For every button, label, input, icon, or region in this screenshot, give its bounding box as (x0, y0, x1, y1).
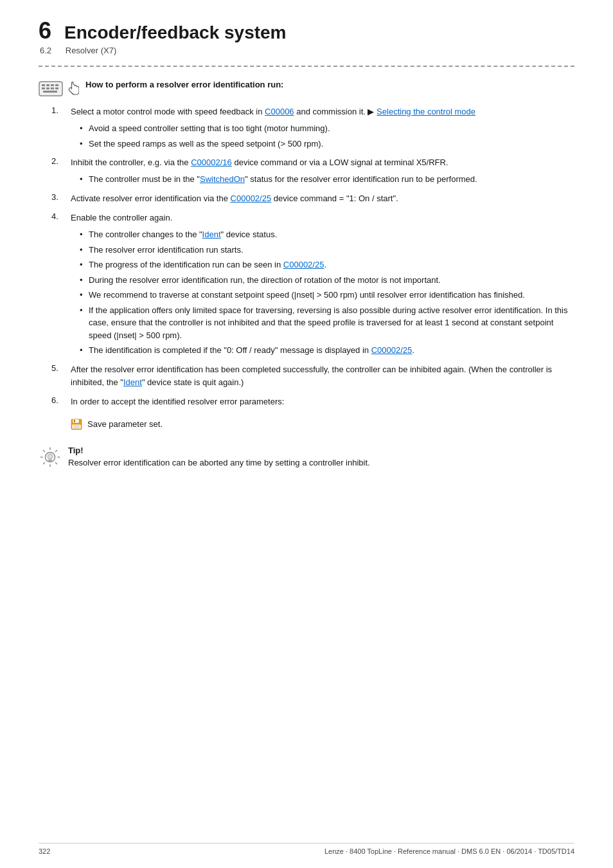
step-2-sub-1: The controller must be in the "SwitchedO… (80, 173, 574, 186)
tip-box: Tip! Resolver error identification can b… (39, 446, 574, 469)
step-4: Enable the controller again. The control… (51, 212, 574, 357)
step-4-sub-3: The progress of the identification run c… (80, 258, 574, 271)
step-4-sub-7: The identification is completed if the "… (80, 344, 574, 357)
step-6: In order to accept the identified resolv… (51, 395, 574, 433)
step-1: Select a motor control mode with speed f… (51, 105, 574, 150)
step-1-sub-2: Set the speed ramps as well as the speed… (80, 138, 574, 150)
step-4-sub-2: The resolver error identification run st… (80, 244, 574, 257)
tip-label: Tip! (68, 446, 370, 455)
svg-rect-1 (42, 84, 45, 86)
svg-rect-13 (74, 420, 75, 422)
link-selecting-control-mode[interactable]: Selecting the control mode (377, 107, 475, 116)
step-4-sub-6: If the application offers only limited s… (80, 304, 574, 342)
hand-icon (67, 82, 79, 96)
svg-rect-12 (73, 419, 79, 423)
chapter-number: 6 (39, 19, 51, 42)
tip-text: Resolver error identification can be abo… (68, 458, 370, 467)
step-4-sub-1: The controller changes to the "Ident" de… (80, 228, 574, 241)
svg-rect-5 (42, 87, 45, 89)
step-3: Activate resolver error identification v… (51, 192, 574, 205)
svg-rect-4 (55, 84, 58, 86)
link-c00002-16[interactable]: C00002/16 (191, 158, 232, 167)
chapter-header: 6 Encoder/feedback system (39, 19, 574, 43)
link-c00002-25-step3[interactable]: C00002/25 (231, 194, 272, 203)
svg-rect-15 (73, 425, 80, 428)
section-label: 6.2 Resolver (X7) (39, 46, 574, 55)
tip-icon (39, 446, 62, 469)
svg-line-20 (43, 450, 45, 452)
svg-rect-6 (46, 87, 49, 89)
page: 6 Encoder/feedback system 6.2 Resolver (… (0, 0, 613, 494)
step-4-sub-4: During the resolver error identification… (80, 274, 574, 287)
tip-content: Tip! Resolver error identification can b… (68, 446, 370, 467)
step-5: After the resolver error identification … (51, 363, 574, 389)
step-2-sub-list: The controller must be in the "SwitchedO… (71, 173, 574, 186)
keyboard-icon (39, 81, 63, 96)
step-4-sub-list: The controller changes to the "Ident" de… (71, 228, 574, 357)
steps-list: Select a motor control mode with speed f… (39, 105, 574, 433)
step-1-sub-list: Avoid a speed controller setting that is… (71, 122, 574, 150)
link-ident-1[interactable]: Ident (202, 230, 221, 239)
svg-rect-2 (46, 84, 49, 86)
svg-rect-9 (43, 91, 57, 93)
page-footer: 322 Lenze · 8400 TopLine · Reference man… (39, 843, 574, 855)
link-c00006[interactable]: C00006 (265, 107, 294, 116)
svg-point-25 (48, 454, 53, 459)
howto-title: How to perform a resolver error identifi… (85, 80, 283, 89)
svg-rect-3 (51, 84, 54, 86)
svg-line-22 (55, 450, 57, 452)
howto-header: How to perform a resolver error identifi… (39, 80, 574, 96)
save-action: Save parameter set. (71, 419, 163, 430)
step-2: Inhibit the controller, e.g. via the C00… (51, 156, 574, 186)
section-divider (39, 66, 574, 67)
tip-bulb-icon (39, 445, 62, 469)
link-c00002-25-step4a[interactable]: C00002/25 (283, 260, 324, 269)
svg-line-23 (43, 462, 45, 464)
svg-rect-26 (48, 460, 52, 461)
link-c00002-25-step4b[interactable]: C00002/25 (371, 345, 413, 355)
save-icon (71, 419, 82, 430)
footer-copyright: Lenze · 8400 TopLine · Reference manual … (324, 847, 574, 855)
link-ident-2[interactable]: Ident (123, 377, 142, 387)
step-1-sub-1: Avoid a speed controller setting that is… (80, 122, 574, 135)
save-label: Save parameter set. (87, 419, 163, 429)
svg-rect-8 (55, 87, 58, 89)
svg-rect-27 (49, 461, 52, 462)
link-switchedon[interactable]: SwitchedOn (200, 174, 245, 184)
svg-line-21 (55, 462, 57, 464)
svg-rect-7 (51, 87, 54, 89)
step-4-sub-5: We recommend to traverse at constant set… (80, 289, 574, 302)
page-number: 322 (39, 847, 50, 855)
chapter-title: Encoder/feedback system (64, 23, 287, 43)
procedure-icon (39, 81, 79, 96)
